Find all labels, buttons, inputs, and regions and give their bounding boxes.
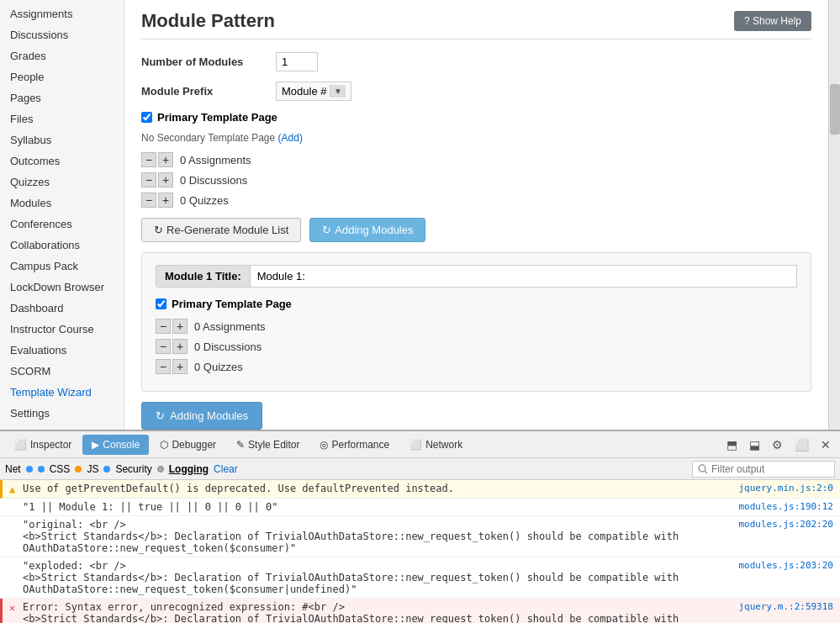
log-entry-info-2: "original: <br /><b>Strict Standards</b>… — [0, 516, 840, 557]
net-label: Net — [5, 463, 21, 475]
tab-performance[interactable]: ◎ Performance — [310, 435, 399, 455]
devtools-split-button[interactable]: ⬓ — [745, 436, 764, 453]
log-text-2: "1 || Module 1: || true || || 0 || 0 || … — [23, 501, 728, 513]
log-source-2[interactable]: modules.js:190:12 — [728, 501, 833, 512]
module-1-section: Module 1 Title: Primary Template Page − … — [141, 252, 811, 392]
sidebar-item-discussions[interactable]: Discussions — [0, 24, 124, 45]
sidebar-item-campus-pack[interactable]: Campus Pack — [0, 256, 124, 277]
logging-dot — [157, 466, 164, 473]
info-icon-3 — [9, 560, 23, 561]
log-source-1[interactable]: jquery.min.js:2:0 — [728, 483, 833, 494]
discussions-minus-button[interactable]: − — [141, 172, 156, 187]
sidebar-item-assignments[interactable]: Assignments — [0, 3, 124, 24]
log-entry-error-1: ✕ Error: Syntax error, unrecognized expr… — [0, 599, 840, 623]
log-text-1: Use of getPreventDefault() is deprecated… — [23, 483, 728, 494]
js-label: JS — [87, 463, 98, 475]
discussions-row: − + 0 Discussions — [141, 172, 811, 187]
log-entry-info-1: "1 || Module 1: || true || || 0 || 0 || … — [0, 499, 840, 516]
devtools-close-button[interactable]: ✕ — [816, 436, 835, 453]
tab-network[interactable]: ⬜ Network — [400, 435, 472, 455]
page-title-row: Module Pattern Show Help — [141, 10, 811, 40]
sidebar-item-pages[interactable]: Pages — [0, 87, 124, 108]
devtools-toolbar: ⬜ Inspector ▶ Console ⬡ Debugger ✎ Style… — [0, 431, 840, 458]
adding-modules-button[interactable]: ↻ Adding Modules — [309, 218, 425, 242]
quizzes-count-label: 0 Quizzes — [180, 194, 229, 207]
number-of-modules-row: Number of Modules — [141, 52, 811, 71]
module1-discussions-minus-button[interactable]: − — [156, 339, 171, 354]
module1-quizzes-minus-button[interactable]: − — [156, 359, 171, 374]
performance-icon: ◎ — [320, 439, 328, 451]
sidebar-item-syllabus[interactable]: Syllabus — [0, 129, 124, 150]
sidebar-item-lockdown-browser[interactable]: LockDown Browser — [0, 277, 124, 298]
quizzes-plus-button[interactable]: + — [158, 193, 173, 208]
devtools-action-icons: ⬒ ⬓ ⚙ ⬜ ✕ — [722, 436, 835, 453]
show-help-button[interactable]: Show Help — [734, 11, 811, 31]
module-prefix-row: Module Prefix Module # ▼ — [141, 82, 811, 101]
regenerate-button[interactable]: ↻ Re-Generate Module List — [141, 218, 301, 242]
devtools-settings-button[interactable]: ⚙ — [768, 436, 787, 453]
tab-console[interactable]: ▶ Console — [82, 435, 149, 455]
info-icon-1 — [9, 501, 23, 502]
sidebar-item-settings[interactable]: Settings — [0, 403, 124, 424]
sidebar-item-outcomes[interactable]: Outcomes — [0, 150, 124, 172]
number-of-modules-input[interactable] — [276, 52, 318, 71]
warning-icon: ▲ — [9, 483, 23, 495]
module1-discussions-plus-button[interactable]: + — [172, 339, 188, 354]
adding-modules-bottom-button[interactable]: ↻ Adding Modules — [141, 402, 262, 430]
quizzes-minus-button[interactable]: − — [141, 193, 156, 208]
assignments-plus-button[interactable]: + — [158, 152, 173, 167]
sidebar-item-conferences[interactable]: Conferences — [0, 214, 124, 235]
assignments-minus-button[interactable]: − — [141, 152, 156, 167]
sidebar-item-dashboard[interactable]: Dashboard — [0, 298, 124, 319]
number-of-modules-label: Number of Modules — [141, 55, 276, 68]
sidebar-item-grades[interactable]: Grades — [0, 45, 124, 66]
network-icon: ⬜ — [409, 439, 422, 451]
console-arrow-icon: ▶ — [92, 439, 99, 451]
module1-assignments-plus-button[interactable]: + — [172, 319, 188, 334]
sidebar-item-modules[interactable]: Modules — [0, 193, 124, 214]
sidebar-item-quizzes[interactable]: Quizzes — [0, 172, 124, 193]
tab-style-editor[interactable]: ✎ Style Editor — [227, 435, 309, 455]
module-prefix-select[interactable]: Module # ▼ — [276, 82, 351, 101]
security-dot — [103, 466, 110, 473]
devtools-dock-button[interactable]: ⬒ — [722, 436, 742, 453]
devtools-undock-button[interactable]: ⬜ — [790, 436, 813, 453]
module1-primary-template-checkbox-row: Primary Template Page — [156, 298, 797, 310]
sidebar-item-collaborations[interactable]: Collaborations — [0, 235, 124, 256]
primary-template-checkbox[interactable] — [141, 112, 152, 123]
discussions-plus-button[interactable]: + — [158, 172, 173, 187]
log-source-3[interactable]: modules.js:202:20 — [728, 519, 833, 530]
sidebar-item-files[interactable]: Files — [0, 108, 124, 129]
add-secondary-link[interactable]: (Add) — [278, 132, 303, 144]
module-title-label: Module 1 Title: — [156, 265, 251, 288]
tab-inspector[interactable]: ⬜ Inspector — [5, 435, 81, 455]
sidebar-item-evaluations[interactable]: Evaluations — [0, 340, 124, 361]
module1-assignments-minus-button[interactable]: − — [156, 319, 171, 334]
module-title-input[interactable] — [251, 265, 797, 288]
action-buttons-row: ↻ Re-Generate Module List ↻ Adding Modul… — [141, 218, 811, 242]
module1-quizzes-plus-button[interactable]: + — [172, 359, 188, 374]
filter-output-input[interactable] — [692, 461, 835, 478]
module1-assignments-count-label: 0 Assignments — [194, 320, 266, 333]
log-source-4[interactable]: modules.js:203:20 — [728, 560, 833, 571]
sidebar-item-instructor-course[interactable]: Instructor Course — [0, 319, 124, 340]
module-title-row: Module 1 Title: — [156, 265, 797, 288]
content-area: Module Pattern Show Help Number of Modul… — [124, 0, 828, 430]
quizzes-row: − + 0 Quizzes — [141, 193, 811, 208]
sidebar-item-template-wizard[interactable]: Template Wizard — [0, 382, 124, 403]
log-source-5[interactable]: jquery.m.:2:59318 — [728, 601, 833, 612]
sidebar-item-people[interactable]: People — [0, 66, 124, 87]
module1-primary-template-checkbox[interactable] — [156, 298, 166, 309]
tab-debugger[interactable]: ⬡ Debugger — [151, 435, 225, 455]
scrollbar-thumb[interactable] — [830, 84, 840, 135]
no-secondary-template: No Secondary Template Page (Add) — [141, 132, 811, 144]
clear-button[interactable]: Clear — [214, 463, 238, 475]
sidebar-item-scorm[interactable]: SCORM — [0, 361, 124, 382]
module1-assignments-row: − + 0 Assignments — [156, 319, 797, 334]
assignments-count-label: 0 Assignments — [180, 154, 251, 166]
page-title: Module Pattern — [141, 10, 275, 32]
scrollbar-track[interactable] — [828, 0, 840, 430]
log-entry-info-3: "exploded: <br /><b>Strict Standards</b>… — [0, 557, 840, 599]
assignments-row: − + 0 Assignments — [141, 152, 811, 167]
css-dot — [38, 466, 45, 473]
